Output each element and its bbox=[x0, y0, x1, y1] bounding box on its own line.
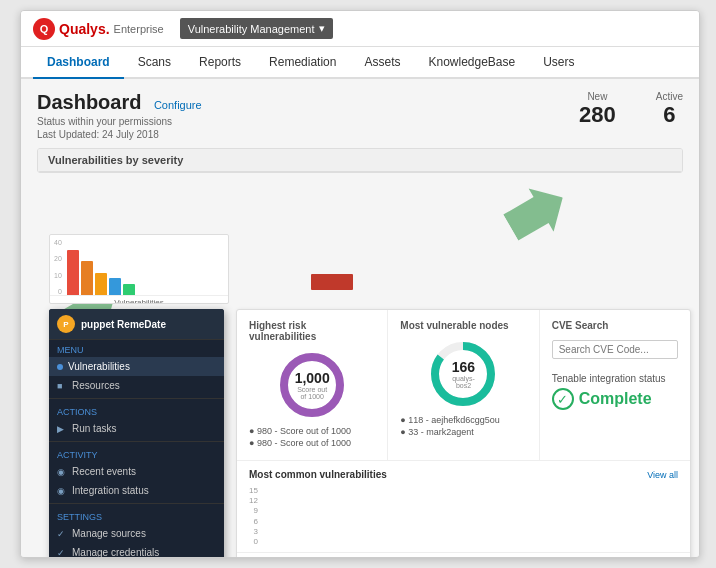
main-content: Dashboard Configure Status within your p… bbox=[21, 79, 699, 557]
most-vulnerable-donut-container: 166 qualys-bos2 bbox=[400, 339, 526, 409]
bar-chart-container: 15 12 9 6 3 0 bbox=[249, 486, 678, 546]
y-axis-40: 40 bbox=[54, 239, 62, 246]
dashboard-title: Dashboard bbox=[37, 91, 141, 113]
vuln-section-header: Vulnerabilities by severity bbox=[38, 149, 682, 172]
nav-dropdown[interactable]: Vulnerability Management ▾ bbox=[180, 18, 333, 39]
dashboard-title-area: Dashboard Configure Status within your p… bbox=[37, 91, 202, 140]
most-vulnerable-value: 166 bbox=[446, 359, 481, 375]
bar-4 bbox=[109, 278, 121, 295]
tab-bar: Dashboard Scans Reports Remediation Asse… bbox=[21, 47, 699, 79]
highest-risk-donut-container: 1,000 Score out of 1000 bbox=[249, 350, 375, 420]
stat-active-label: Active bbox=[656, 91, 683, 102]
bar-5 bbox=[123, 284, 135, 295]
vuln-chart-area: 40 20 10 0 Vulnerabilities bbox=[49, 234, 229, 304]
dashboard-header: Dashboard Configure Status within your p… bbox=[37, 91, 683, 140]
cards-area: Highest risk vulnerabilities 1,000 Score… bbox=[236, 309, 691, 557]
top-cards-row: Highest risk vulnerabilities 1,000 Score… bbox=[237, 310, 690, 461]
resources-icon: ■ bbox=[57, 381, 67, 391]
most-vulnerable-donut: 166 qualys-bos2 bbox=[428, 339, 498, 409]
tab-reports[interactable]: Reports bbox=[185, 47, 255, 79]
tab-knowledgebase[interactable]: KnowledgeBase bbox=[414, 47, 529, 79]
configure-link[interactable]: Configure bbox=[154, 99, 202, 111]
highest-risk-donut: 1,000 Score out of 1000 bbox=[277, 350, 347, 420]
most-vulnerable-bullet1: ● 118 - aejhefkd6cgg5ou bbox=[400, 415, 526, 425]
sidebar-divider-3 bbox=[49, 503, 224, 504]
actions-label: ACTIONS bbox=[49, 402, 224, 419]
enterprise-label: Enterprise bbox=[114, 23, 164, 35]
credentials-icon: ✓ bbox=[57, 548, 67, 558]
chart-label: Vulnerabilities bbox=[50, 295, 228, 304]
vuln-section: Vulnerabilities by severity bbox=[37, 148, 683, 173]
sidebar-panel-header: P puppet RemeDate bbox=[49, 309, 224, 340]
events-icon: ◉ bbox=[57, 467, 67, 477]
stat-active: Active 6 bbox=[656, 91, 683, 128]
stat-new-label: New bbox=[579, 91, 616, 102]
sidebar-item-integration-status[interactable]: ◉ Integration status bbox=[49, 481, 224, 500]
green-arrow-right-icon bbox=[498, 176, 579, 257]
sidebar-item-manage-credentials[interactable]: ✓ Manage credentials bbox=[49, 543, 224, 557]
sidebar-item-recent-events[interactable]: ◉ Recent events bbox=[49, 462, 224, 481]
sidebar-item-manage-sources[interactable]: ✓ Manage sources bbox=[49, 524, 224, 543]
svg-marker-0 bbox=[498, 176, 575, 249]
bar-chart-y-axis: 15 12 9 6 3 0 bbox=[249, 486, 258, 546]
bar-2 bbox=[81, 261, 93, 295]
puppet-remediate-panel: P puppet RemeDate MENU Vulnerabilities ■… bbox=[49, 309, 224, 557]
most-vulnerable-sublabel: qualys-bos2 bbox=[446, 375, 481, 389]
cve-search-title: CVE Search bbox=[552, 320, 678, 331]
tab-scans[interactable]: Scans bbox=[124, 47, 185, 79]
sidebar-item-resources[interactable]: ■ Resources bbox=[49, 376, 224, 395]
sidebar-panel-title: puppet RemeDate bbox=[81, 319, 166, 330]
stat-new: New 280 bbox=[579, 91, 616, 128]
y-axis-10: 10 bbox=[54, 272, 62, 279]
cve-search-card: CVE Search Tenable integration status ✓ … bbox=[540, 310, 690, 460]
dashboard-subtitle1: Status within your permissions bbox=[37, 116, 202, 127]
bar-3 bbox=[95, 273, 107, 295]
run-icon: ▶ bbox=[57, 424, 67, 434]
tab-assets[interactable]: Assets bbox=[350, 47, 414, 79]
tenable-status: Tenable integration status ✓ Complete bbox=[552, 373, 678, 410]
nav-dropdown-icon: ▾ bbox=[319, 22, 325, 35]
settings-label: SETTINGS bbox=[49, 507, 224, 524]
sidebar-item-vulnerabilities[interactable]: Vulnerabilities bbox=[49, 357, 224, 376]
stat-new-value: 280 bbox=[579, 102, 616, 128]
y-axis-0: 0 bbox=[54, 288, 62, 295]
activity-label: ACTIVITY bbox=[49, 445, 224, 462]
highest-risk-value: 1,000 bbox=[295, 370, 330, 386]
tab-remediation[interactable]: Remediation bbox=[255, 47, 350, 79]
common-vulns-title: Most common vulnerabilities bbox=[249, 469, 387, 480]
top-bar: Q Qualys. Enterprise Vulnerability Manag… bbox=[21, 11, 699, 47]
tenable-label: Tenable integration status bbox=[552, 373, 678, 384]
common-vulns-title-row: Most common vulnerabilities View all bbox=[249, 469, 678, 480]
view-all-link[interactable]: View all bbox=[647, 470, 678, 480]
most-vulnerable-bullet2: ● 33 - mark2agent bbox=[400, 427, 526, 437]
highest-risk-label: 1,000 Score out of 1000 bbox=[295, 370, 330, 400]
bar-1 bbox=[67, 250, 79, 295]
highest-risk-card: Highest risk vulnerabilities 1,000 Score… bbox=[237, 310, 388, 460]
main-window: Q Qualys. Enterprise Vulnerability Manag… bbox=[20, 10, 700, 558]
highest-risk-sublabel: Score out of 1000 bbox=[295, 386, 330, 400]
top-vulns-section: Top vulnerabilities 1 Linux Daemons with… bbox=[237, 553, 690, 557]
dashboard-subtitle2: Last Updated: 24 July 2018 bbox=[37, 129, 202, 140]
qualys-logo-text: Qualys. bbox=[59, 21, 110, 37]
sidebar-item-run-tasks[interactable]: ▶ Run tasks bbox=[49, 419, 224, 438]
highest-risk-title: Highest risk vulnerabilities bbox=[249, 320, 375, 342]
sidebar-divider-2 bbox=[49, 441, 224, 442]
most-vulnerable-card: Most vulnerable nodes 166 qualys-bos2 bbox=[388, 310, 539, 460]
puppet-logo: P bbox=[57, 315, 75, 333]
qualys-logo-icon: Q bbox=[33, 18, 55, 40]
most-vulnerable-label: 166 qualys-bos2 bbox=[446, 359, 481, 389]
cve-search-input[interactable] bbox=[552, 340, 678, 359]
sidebar-divider-1 bbox=[49, 398, 224, 399]
sources-icon: ✓ bbox=[57, 529, 67, 539]
common-vulns-section: Most common vulnerabilities View all 15 … bbox=[237, 461, 690, 553]
highest-risk-bullet1: ● 980 - Score out of 1000 bbox=[249, 426, 375, 436]
tab-dashboard[interactable]: Dashboard bbox=[33, 47, 124, 79]
complete-badge: ✓ Complete bbox=[552, 388, 678, 410]
tab-users[interactable]: Users bbox=[529, 47, 588, 79]
bar-chart bbox=[266, 486, 678, 546]
check-circle-icon: ✓ bbox=[552, 388, 574, 410]
y-axis-20: 20 bbox=[54, 255, 62, 262]
sidebar-menu-label: MENU bbox=[49, 340, 224, 357]
integration-icon: ◉ bbox=[57, 486, 67, 496]
stat-active-value: 6 bbox=[656, 102, 683, 128]
